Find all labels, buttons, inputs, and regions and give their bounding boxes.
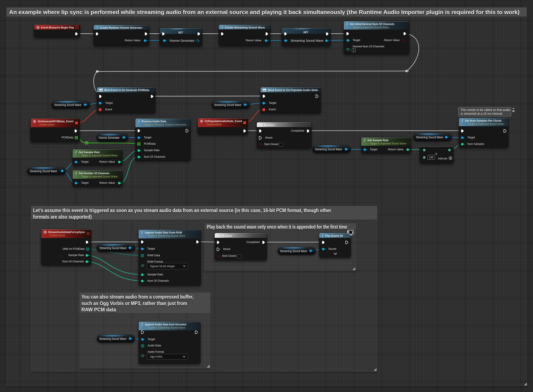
svg-text:1: 1: [259, 124, 260, 125]
svg-text:1: 1: [217, 234, 218, 236]
